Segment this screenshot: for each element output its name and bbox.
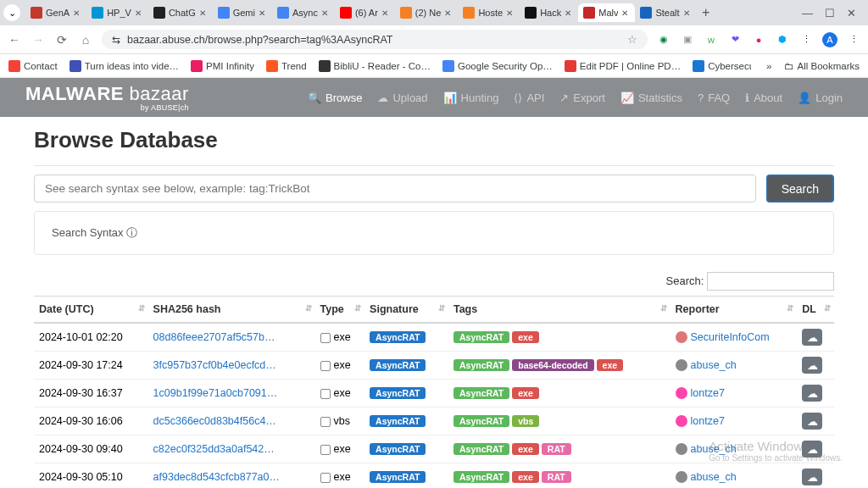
download-button[interactable]: ☁ [802, 385, 822, 402]
nav-login[interactable]: 👤Login [798, 92, 843, 104]
extension-icon-5[interactable]: ● [751, 32, 766, 47]
tab-close-icon[interactable]: ✕ [621, 8, 630, 17]
tag-pill[interactable]: vbs [512, 415, 539, 427]
signature-pill[interactable]: AsyncRAT [370, 443, 426, 455]
site-logo[interactable]: MALWARE bazaar by ABUSE|ch [25, 83, 189, 112]
browser-tab[interactable]: Async✕ [272, 3, 335, 22]
tab-close-icon[interactable]: ✕ [565, 8, 573, 17]
reporter-link[interactable]: SecuriteInfoCom [691, 331, 770, 343]
hash-link[interactable]: 3fc957b37cf0b4e0ecfcde… [153, 359, 281, 371]
nav-hunting[interactable]: 📊Hunting [443, 92, 499, 104]
nav-upload[interactable]: ☁Upload [377, 92, 427, 104]
tag-pill[interactable]: AsyncRAT [453, 359, 509, 371]
hash-link[interactable]: 1c09b1f99e71a0cb70911… [153, 387, 281, 399]
reporter-link[interactable]: abuse_ch [691, 443, 737, 455]
all-bookmarks-button[interactable]: 🗀 All Bookmarks [784, 61, 860, 71]
browser-tab[interactable]: Hack✕ [520, 3, 578, 22]
hash-link[interactable]: 08d86feee2707af5c57b4f… [153, 331, 281, 343]
tab-close-icon[interactable]: ✕ [73, 8, 81, 17]
download-button[interactable]: ☁ [802, 441, 822, 458]
nav-faq[interactable]: ?FAQ [698, 92, 730, 104]
tag-pill[interactable]: RAT [542, 443, 571, 455]
site-info-icon[interactable]: ⇆ [112, 34, 120, 46]
col-header[interactable]: Signature⇵ [364, 297, 448, 324]
tag-pill[interactable]: exe [512, 331, 539, 343]
tab-close-icon[interactable]: ✕ [321, 8, 330, 17]
tag-pill[interactable]: AsyncRAT [453, 331, 509, 343]
nav-export[interactable]: ↗Export [559, 92, 605, 104]
hash-link[interactable]: af93dec8d543cfcb877a0… [153, 471, 280, 483]
signature-pill[interactable]: AsyncRAT [370, 331, 426, 343]
bookmark-item[interactable]: Edit PDF | Online PD… [565, 60, 681, 72]
bookmark-item[interactable]: BibliU - Reader - Co… [319, 60, 431, 72]
download-button[interactable]: ☁ [802, 413, 822, 430]
search-syntax-panel[interactable]: Search Syntax ⓘ [34, 211, 834, 255]
browser-tab[interactable]: Gemi✕ [213, 3, 272, 22]
col-header[interactable]: Type⇵ [315, 297, 365, 324]
col-header[interactable]: DL⇵ [797, 297, 834, 324]
profile-avatar[interactable]: A [822, 32, 837, 47]
bookmark-item[interactable]: Cybersecurity Capst… [693, 60, 751, 72]
bookmarks-overflow[interactable]: » [766, 61, 771, 71]
tag-pill[interactable]: exe [512, 387, 539, 399]
nav-browse[interactable]: 🔍Browse [308, 92, 362, 104]
close-window-button[interactable]: ✕ [847, 7, 856, 19]
nav-statistics[interactable]: 📈Statistics [620, 92, 682, 104]
reporter-link[interactable]: lontze7 [691, 387, 725, 399]
tag-pill[interactable]: exe [597, 359, 624, 371]
tab-close-icon[interactable]: ✕ [506, 8, 515, 17]
tag-pill[interactable]: exe [512, 471, 539, 483]
download-button[interactable]: ☁ [802, 469, 822, 485]
tag-pill[interactable]: AsyncRAT [453, 415, 509, 427]
col-header[interactable]: Tags⇵ [448, 297, 670, 324]
browser-tab[interactable]: HP_V✕ [86, 3, 148, 22]
reporter-link[interactable]: lontze7 [691, 415, 725, 427]
hash-link[interactable]: c82ec0f325dd3a0af5428… [153, 443, 281, 455]
browser-tab[interactable]: (6) Ar✕ [335, 3, 395, 22]
tab-close-icon[interactable]: ✕ [444, 8, 453, 17]
bookmark-item[interactable]: Contact [8, 60, 58, 72]
chrome-menu-icon[interactable]: ⋮ [846, 32, 861, 47]
bookmark-item[interactable]: PMI Infinity [191, 60, 254, 72]
col-header[interactable]: SHA256 hash⇵ [148, 297, 315, 324]
datatable-search-input[interactable] [707, 272, 834, 291]
signature-pill[interactable]: AsyncRAT [370, 415, 426, 427]
signature-pill[interactable]: AsyncRAT [370, 359, 426, 371]
tag-pill[interactable]: exe [512, 443, 539, 455]
tag-pill[interactable]: AsyncRAT [453, 443, 509, 455]
address-bar[interactable]: ⇆ bazaar.abuse.ch/browse.php?search=tag%… [102, 30, 648, 49]
browser-tab[interactable]: ChatG✕ [148, 3, 213, 22]
nav-about[interactable]: ℹAbout [745, 92, 782, 104]
reporter-link[interactable]: abuse_ch [691, 359, 737, 371]
download-button[interactable]: ☁ [802, 357, 822, 374]
reporter-link[interactable]: abuse_ch [691, 471, 737, 483]
bookmark-item[interactable]: Google Security Op… [442, 60, 553, 72]
back-button[interactable]: ← [7, 33, 22, 47]
hash-link[interactable]: dc5c366ec0d83b4f56c48… [153, 415, 281, 427]
forward-button[interactable]: → [31, 33, 46, 47]
bookmark-item[interactable]: Turn ideas into vide… [70, 60, 179, 72]
browser-tab[interactable]: Malv✕ [578, 3, 635, 22]
extension-icon-1[interactable]: ◉ [656, 32, 671, 47]
tag-pill[interactable]: base64-decoded [512, 359, 593, 371]
download-button[interactable]: ☁ [802, 329, 822, 346]
search-input[interactable] [34, 175, 756, 202]
extensions-menu-icon[interactable]: ⋮ [798, 32, 814, 47]
extension-icon-3[interactable]: w [704, 32, 719, 47]
extension-icon-4[interactable]: ❤ [727, 32, 743, 47]
col-header[interactable]: Date (UTC)⇵ [34, 297, 148, 324]
browser-tab[interactable]: Hoste✕ [458, 3, 520, 22]
tab-close-icon[interactable]: ✕ [199, 8, 208, 17]
signature-pill[interactable]: AsyncRAT [370, 387, 426, 399]
bookmark-star-icon[interactable]: ☆ [627, 33, 637, 46]
profile-chip[interactable]: ⌄ [3, 4, 20, 21]
tab-close-icon[interactable]: ✕ [683, 8, 692, 17]
tag-pill[interactable]: AsyncRAT [453, 387, 509, 399]
maximize-button[interactable]: ☐ [825, 7, 835, 19]
reload-button[interactable]: ⟳ [54, 33, 70, 47]
signature-pill[interactable]: AsyncRAT [370, 471, 426, 483]
tab-close-icon[interactable]: ✕ [259, 8, 267, 17]
home-button[interactable]: ⌂ [78, 33, 93, 47]
nav-api[interactable]: ⟨⟩API [514, 92, 544, 104]
extension-icon-2[interactable]: ▣ [680, 32, 695, 47]
